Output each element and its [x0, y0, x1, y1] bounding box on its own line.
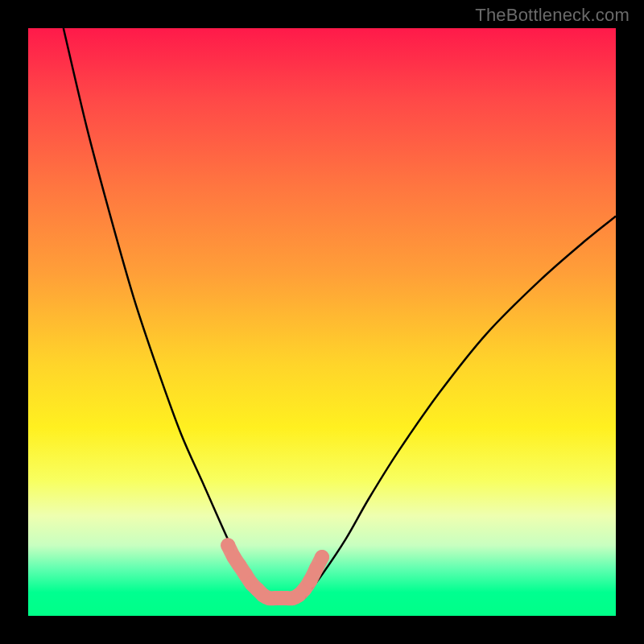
plot-area	[28, 28, 616, 616]
curve-left-curve	[64, 28, 263, 598]
curve-layer	[64, 28, 616, 598]
chart-svg	[28, 28, 616, 616]
curve-right-curve	[304, 217, 616, 598]
marker-layer	[221, 538, 329, 605]
watermark-text: TheBottleneck.com	[475, 5, 630, 26]
marker-dot	[315, 550, 329, 564]
